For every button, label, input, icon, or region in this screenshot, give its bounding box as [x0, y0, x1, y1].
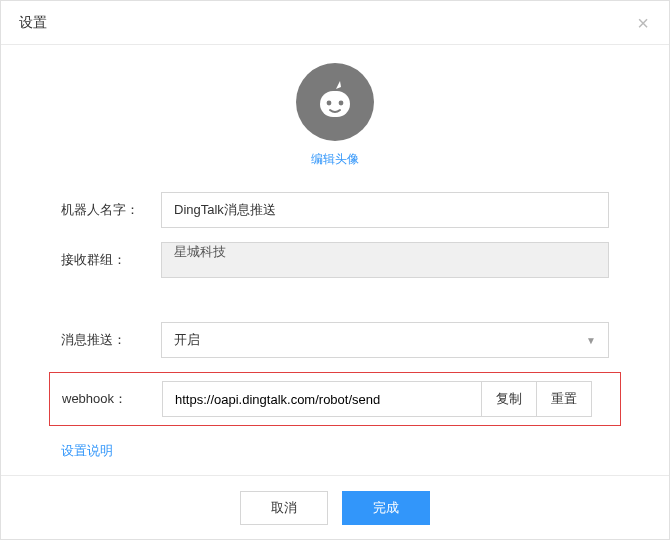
robot-avatar[interactable] [296, 63, 374, 141]
edit-avatar-link[interactable]: 编辑头像 [61, 151, 609, 168]
chevron-down-icon: ▼ [586, 335, 596, 346]
svg-point-2 [339, 101, 344, 106]
group-label: 接收群组： [61, 251, 161, 269]
robot-name-label: 机器人名字： [61, 201, 161, 219]
confirm-button[interactable]: 完成 [342, 491, 430, 525]
dialog-body: 编辑头像 机器人名字： 接收群组： 星城科技 消息推送： 开启 ▼ webhoo… [1, 45, 669, 460]
avatar-section: 编辑头像 [61, 63, 609, 168]
dialog-title: 设置 [19, 14, 47, 32]
push-dropdown[interactable]: 开启 ▼ [161, 322, 609, 358]
dialog-footer: 取消 完成 [1, 475, 669, 539]
reset-button[interactable]: 重置 [537, 381, 592, 417]
webhook-label: webhook： [50, 390, 162, 408]
push-dropdown-value: 开启 [174, 331, 200, 349]
push-label: 消息推送： [61, 331, 161, 349]
group-value: 星城科技 [161, 242, 609, 278]
robot-icon [310, 77, 360, 127]
dialog-header: 设置 × [1, 1, 669, 45]
robot-name-row: 机器人名字： [61, 192, 609, 228]
push-row: 消息推送： 开启 ▼ [61, 322, 609, 358]
robot-name-input[interactable] [161, 192, 609, 228]
group-row: 接收群组： 星城科技 [61, 242, 609, 278]
webhook-row: webhook： 复制 重置 [49, 372, 621, 426]
close-icon[interactable]: × [631, 11, 655, 35]
settings-dialog: 设置 × 编辑头像 机器人名字： 接收群组： 星城科技 [0, 0, 670, 540]
webhook-input[interactable] [162, 381, 481, 417]
cancel-button[interactable]: 取消 [240, 491, 328, 525]
copy-button[interactable]: 复制 [481, 381, 537, 417]
help-link[interactable]: 设置说明 [61, 442, 113, 460]
svg-point-1 [327, 101, 332, 106]
svg-rect-0 [320, 91, 350, 117]
